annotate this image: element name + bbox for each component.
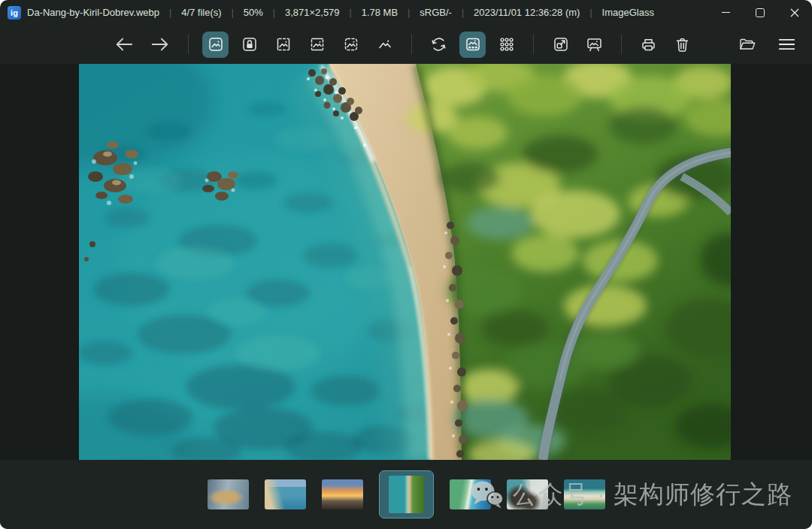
maximize-icon [756, 8, 765, 17]
thumbnail-da-nang-coast-image [389, 476, 424, 513]
titlebar-separator: | [408, 8, 410, 18]
scale-fill-icon [377, 36, 393, 53]
titlebar-separator: | [589, 8, 592, 18]
scale-to-fit-button[interactable] [338, 32, 364, 58]
thumbnail-da-nang-coast-selected[interactable] [379, 470, 434, 518]
delete-button[interactable] [669, 32, 695, 58]
refresh-button[interactable] [426, 32, 452, 58]
checkerboard-button[interactable] [493, 32, 520, 58]
minimize-button[interactable] [708, 0, 743, 25]
thumbnail-coastal-city[interactable] [265, 479, 306, 509]
toolbar [0, 25, 812, 64]
watermark-text: 公众号 · 架构师修行之路 [513, 478, 792, 512]
scale-to-height-button[interactable] [304, 32, 330, 58]
hamburger-icon [778, 37, 795, 52]
folder-open-icon [738, 35, 756, 53]
previous-image-button[interactable] [110, 32, 138, 58]
titlebar-separator: | [232, 8, 234, 18]
thumbnail-bar-button[interactable] [459, 32, 486, 58]
app-logo-icon: ig [8, 6, 21, 20]
refresh-icon [430, 35, 447, 53]
scale-height-icon [309, 36, 326, 53]
titlebar-separator: | [273, 8, 275, 18]
thumbnail-bar-icon [465, 36, 481, 53]
arrow-left-icon [114, 36, 134, 53]
arrow-right-icon [150, 36, 170, 53]
filename: Da-Nang-by-Kiril-Dobrev.webp [27, 7, 159, 18]
file-count: 4/7 file(s) [181, 7, 221, 18]
color-profile: sRGB/- [420, 7, 452, 18]
file-size: 1.78 MB [362, 7, 398, 18]
app-name: ImageGlass [602, 7, 654, 18]
thumbnail-bar: 公众号 · 架构师修行之路 [0, 460, 812, 529]
scale-width-icon [275, 36, 292, 53]
thumbnail-golden-bridge[interactable] [208, 479, 249, 509]
open-file-button[interactable] [734, 32, 760, 58]
toolbar-separator [188, 35, 189, 54]
window-controls [708, 0, 812, 25]
thumbnail-palm-beach[interactable] [564, 479, 605, 509]
open-full-size-button[interactable] [547, 32, 574, 58]
scale-to-width-button[interactable] [270, 32, 296, 58]
slideshow-button[interactable] [581, 32, 607, 58]
close-button[interactable] [777, 0, 812, 25]
minimize-icon [722, 12, 730, 13]
grid-dots-icon [498, 36, 515, 53]
full-size-icon [553, 36, 569, 53]
toolbar-separator [621, 35, 622, 54]
titlebar-separator: | [350, 8, 352, 18]
auto-zoom-icon [208, 36, 224, 53]
toolbar-separator [411, 35, 412, 54]
scale-fit-icon [343, 36, 359, 53]
lock-zoom-button[interactable] [236, 32, 262, 58]
scale-to-fill-button[interactable] [371, 32, 398, 58]
main-menu-button[interactable] [774, 32, 800, 58]
titlebar-separator: | [462, 8, 464, 18]
maximize-button[interactable] [743, 0, 777, 25]
toolbar-separator [533, 35, 534, 54]
imageglass-window: ig Da-Nang-by-Kiril-Dobrev.webp | 4/7 fi… [0, 0, 812, 529]
date-modified: 2023/11/01 12:36:28 (m) [474, 7, 580, 18]
titlebar-separator: | [169, 8, 171, 18]
thumbnail-rocky-shore[interactable] [507, 479, 548, 509]
trash-icon [674, 36, 691, 53]
slideshow-icon [586, 36, 603, 53]
thumbnail-beach-waves[interactable] [450, 479, 491, 509]
lock-icon [241, 36, 258, 53]
print-button[interactable] [635, 32, 662, 58]
close-icon [790, 8, 799, 17]
main-image[interactable] [79, 64, 731, 460]
zoom-level: 50% [244, 7, 263, 18]
viewer-canvas [0, 64, 812, 460]
thumbnail-sunset-boats[interactable] [322, 479, 363, 509]
printer-icon [640, 36, 657, 53]
toolbar-right-group [734, 32, 800, 58]
titlebar: ig Da-Nang-by-Kiril-Dobrev.webp | 4/7 fi… [0, 0, 812, 25]
image-dimensions: 3,871×2,579 [285, 7, 340, 18]
auto-zoom-button[interactable] [202, 32, 229, 58]
next-image-button[interactable] [146, 32, 174, 58]
